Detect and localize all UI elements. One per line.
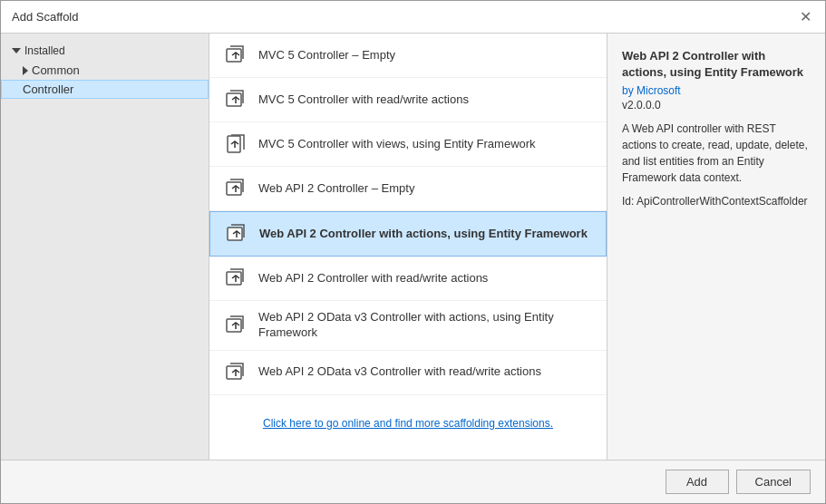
item-label: Web API 2 Controller with actions, using… (259, 227, 588, 242)
detail-panel: Web API 2 Controller with actions, using… (607, 34, 825, 460)
item-label: MVC 5 Controller with read/write actions (258, 92, 469, 108)
add-scaffold-dialog: Add Scaffold ✕ Installed Common Controll… (0, 0, 826, 504)
dialog-title: Add Scaffold (12, 10, 78, 24)
list-item[interactable]: Web API 2 OData v3 Controller with read/… (209, 351, 607, 395)
cancel-button[interactable]: Cancel (736, 470, 811, 494)
sidebar-item-controller[interactable]: Controller (1, 80, 209, 99)
item-label: Web API 2 Controller – Empty (258, 181, 414, 197)
controller-icon (224, 131, 249, 157)
controller-icon (224, 266, 249, 291)
title-bar: Add Scaffold ✕ (1, 1, 825, 34)
list-item[interactable]: MVC 5 Controller with views, using Entit… (209, 122, 607, 167)
controller-icon (224, 87, 249, 112)
item-label: MVC 5 Controller with views, using Entit… (258, 137, 536, 152)
detail-description: A Web API controller with REST actions t… (622, 121, 811, 186)
installed-label: Installed (24, 44, 65, 57)
list-item[interactable]: Web API 2 OData v3 Controller with actio… (209, 301, 607, 351)
content-area: Installed Common Controller (1, 34, 825, 460)
left-panel: Installed Common Controller (1, 34, 209, 460)
scaffold-list: MVC 5 Controller – Empty MVC 5 Controlle… (209, 34, 607, 460)
controller-icon (224, 43, 249, 68)
list-item-selected[interactable]: Web API 2 Controller with actions, using… (209, 211, 607, 257)
list-item[interactable]: MVC 5 Controller with read/write actions (209, 78, 607, 122)
list-item[interactable]: Web API 2 Controller – Empty (209, 167, 607, 211)
expand-icon (23, 66, 28, 75)
detail-author: by Microsoft (622, 84, 811, 97)
list-item[interactable]: MVC 5 Controller – Empty (209, 34, 607, 78)
item-label: Web API 2 Controller with read/write act… (258, 271, 488, 286)
controller-label: Controller (23, 82, 73, 96)
item-label: Web API 2 OData v3 Controller with read/… (258, 364, 541, 380)
controller-icon (224, 360, 249, 385)
item-label: MVC 5 Controller – Empty (258, 48, 395, 63)
sidebar-item-common[interactable]: Common (1, 61, 209, 80)
footer: Add Cancel (1, 460, 825, 503)
online-link[interactable]: Click here to go online and find more sc… (209, 402, 607, 444)
common-label: Common (32, 63, 80, 77)
detail-id: Id: ApiControllerWithContextScaffolder (622, 195, 811, 208)
detail-title: Web API 2 Controller with actions, using… (622, 48, 811, 81)
detail-version: v2.0.0.0 (622, 99, 811, 111)
close-button[interactable]: ✕ (796, 8, 814, 26)
add-button[interactable]: Add (666, 470, 729, 494)
item-label: Web API 2 OData v3 Controller with actio… (258, 310, 592, 341)
list-item[interactable]: Web API 2 Controller with read/write act… (209, 257, 607, 301)
installed-header: Installed (1, 41, 209, 61)
controller-icon (224, 176, 249, 201)
controller-icon (225, 221, 250, 247)
collapse-icon (12, 48, 21, 53)
controller-icon (224, 313, 249, 338)
